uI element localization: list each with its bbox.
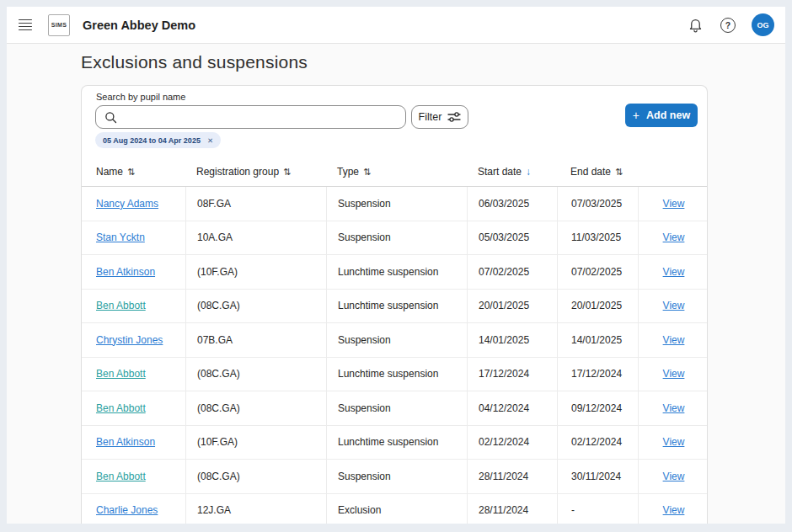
- filter-button[interactable]: Filter: [411, 105, 468, 129]
- cell-registration-group: 07B.GA: [185, 323, 326, 357]
- cell-end-date: 07/03/2025: [557, 187, 638, 221]
- cell-start-date: 07/02/2025: [467, 255, 557, 289]
- column-header-start-date[interactable]: Start date ↓: [467, 157, 557, 186]
- table-row: Stan Ycktn 10A.GA Suspension 05/03/2025: [82, 221, 707, 256]
- column-header-end-date[interactable]: End date ⇅: [557, 157, 638, 186]
- view-link[interactable]: View: [663, 368, 685, 380]
- cell-end-date: 07/02/2025: [557, 255, 638, 289]
- add-new-button-label: Add new: [646, 109, 690, 121]
- date-range-filter-chip: 05 Aug 2024 to 04 Apr 2025 ✕: [95, 132, 221, 148]
- cell-action: View: [638, 187, 708, 221]
- chip-close-icon[interactable]: ✕: [207, 136, 213, 145]
- cell-type: Suspension: [326, 221, 467, 255]
- sort-desc-icon[interactable]: ↓: [526, 166, 531, 178]
- cell-end-date: 11/03/2025: [557, 221, 638, 255]
- table-row: Ben Atkinson (10F.GA) Lunchtime suspensi…: [82, 255, 707, 290]
- table-row: Charlie Jones 12J.GA Exclusion 28/11/202…: [82, 494, 707, 524]
- sort-icon[interactable]: ⇅: [363, 167, 371, 178]
- cell-action: View: [638, 460, 708, 493]
- pupil-name-link[interactable]: Nancy Adams: [96, 198, 158, 210]
- cell-name: Nancy Adams: [82, 187, 185, 221]
- view-link[interactable]: View: [663, 402, 685, 414]
- cell-registration-group: 08F.GA: [185, 187, 326, 221]
- cell-start-date: 02/12/2024: [467, 426, 557, 460]
- cell-start-date: 06/03/2025: [467, 187, 557, 221]
- cell-end-date: 09/12/2024: [557, 391, 638, 425]
- cell-name: Ben Abbott: [82, 358, 185, 391]
- cell-name: Stan Ycktn: [82, 221, 185, 255]
- view-link[interactable]: View: [663, 436, 685, 448]
- cell-action: View: [638, 323, 708, 357]
- user-avatar[interactable]: OG: [752, 13, 774, 36]
- cell-start-date: 28/11/2024: [467, 494, 557, 524]
- column-header-registration-group[interactable]: Registration group ⇅: [185, 157, 326, 186]
- pupil-name-link[interactable]: Ben Abbott: [96, 300, 146, 311]
- sort-icon[interactable]: ⇅: [127, 167, 135, 178]
- topbar-actions: ? OG: [686, 13, 774, 36]
- cell-action: View: [638, 426, 708, 460]
- cell-start-date: 28/11/2024: [467, 460, 557, 493]
- cell-type: Suspension: [326, 460, 467, 493]
- search-input-wrapper: [95, 105, 406, 129]
- cell-action: View: [638, 290, 708, 323]
- pupil-name-link[interactable]: Stan Ycktn: [96, 231, 145, 243]
- view-link[interactable]: View: [663, 198, 685, 210]
- cell-type: Lunchtime suspension: [326, 358, 467, 391]
- pupil-name-link[interactable]: Ben Atkinson: [96, 266, 155, 278]
- cell-type: Lunchtime suspension: [326, 426, 467, 460]
- cell-type: Exclusion: [326, 494, 467, 524]
- cell-action: View: [638, 221, 708, 255]
- view-link[interactable]: View: [663, 471, 685, 482]
- cell-type: Suspension: [326, 187, 467, 221]
- table-body: Nancy Adams 08F.GA Suspension 06/03/2025: [82, 187, 707, 524]
- hamburger-menu-icon[interactable]: [19, 19, 32, 31]
- cell-registration-group: (08C.GA): [185, 290, 326, 323]
- cell-start-date: 14/01/2025: [467, 323, 557, 357]
- table-row: Ben Abbott (08C.GA) Lunchtime suspension…: [82, 290, 707, 324]
- pupil-name-link[interactable]: Ben Abbott: [96, 471, 146, 482]
- table-row: Ben Abbott (08C.GA) Suspension 04/12/202…: [82, 391, 707, 426]
- cell-type: Lunchtime suspension: [326, 290, 467, 323]
- pupil-name-link[interactable]: Ben Atkinson: [96, 436, 155, 448]
- exclusions-table: Name ⇅ Registration group ⇅ Type ⇅ Start…: [82, 157, 707, 524]
- app-window: SIMS Green Abbey Demo ? OG Exclusions an…: [7, 7, 785, 524]
- view-link[interactable]: View: [663, 334, 685, 346]
- sort-icon[interactable]: ⇅: [615, 167, 623, 178]
- search-input[interactable]: [124, 106, 405, 128]
- table-row: Chrystin Jones 07B.GA Suspension 14/01/2…: [82, 323, 707, 358]
- app-title: Green Abbey Demo: [83, 19, 195, 32]
- table-row: Ben Abbott (08C.GA) Suspension 28/11/202…: [82, 460, 707, 494]
- view-link[interactable]: View: [663, 504, 685, 516]
- filter-sliders-icon: [447, 111, 461, 123]
- pupil-name-link[interactable]: Ben Abbott: [96, 402, 146, 414]
- cell-registration-group: (08C.GA): [185, 391, 326, 425]
- cell-name: Ben Atkinson: [82, 255, 185, 289]
- pupil-name-link[interactable]: Charlie Jones: [96, 504, 158, 516]
- date-range-chip-label: 05 Aug 2024 to 04 Apr 2025: [103, 136, 201, 145]
- cell-type: Suspension: [326, 391, 467, 425]
- notifications-bell-icon[interactable]: [686, 16, 704, 35]
- cell-end-date: 30/11/2024: [557, 460, 638, 493]
- help-icon[interactable]: ?: [719, 16, 737, 35]
- cell-name: Ben Abbott: [82, 391, 185, 425]
- sort-icon[interactable]: ⇅: [283, 167, 291, 178]
- pupil-name-link[interactable]: Chrystin Jones: [96, 334, 163, 346]
- column-header-actions: [638, 157, 708, 186]
- cell-end-date: -: [557, 494, 638, 524]
- add-new-button[interactable]: + Add new: [625, 104, 698, 127]
- column-header-name[interactable]: Name ⇅: [82, 157, 185, 186]
- column-header-type[interactable]: Type ⇅: [326, 157, 467, 186]
- search-label: Search by pupil name: [96, 92, 185, 102]
- top-bar: SIMS Green Abbey Demo ? OG: [7, 7, 785, 44]
- view-link[interactable]: View: [663, 300, 685, 311]
- view-link[interactable]: View: [663, 266, 685, 278]
- cell-end-date: 20/01/2025: [557, 290, 638, 323]
- search-icon: [104, 111, 117, 124]
- pupil-name-link[interactable]: Ben Abbott: [96, 368, 146, 380]
- view-link[interactable]: View: [663, 231, 685, 243]
- cell-end-date: 14/01/2025: [557, 323, 638, 357]
- cell-name: Charlie Jones: [82, 494, 185, 524]
- cell-registration-group: 10A.GA: [185, 221, 326, 255]
- cell-start-date: 04/12/2024: [467, 391, 557, 425]
- table-row: Ben Atkinson (10F.GA) Lunchtime suspensi…: [82, 426, 707, 460]
